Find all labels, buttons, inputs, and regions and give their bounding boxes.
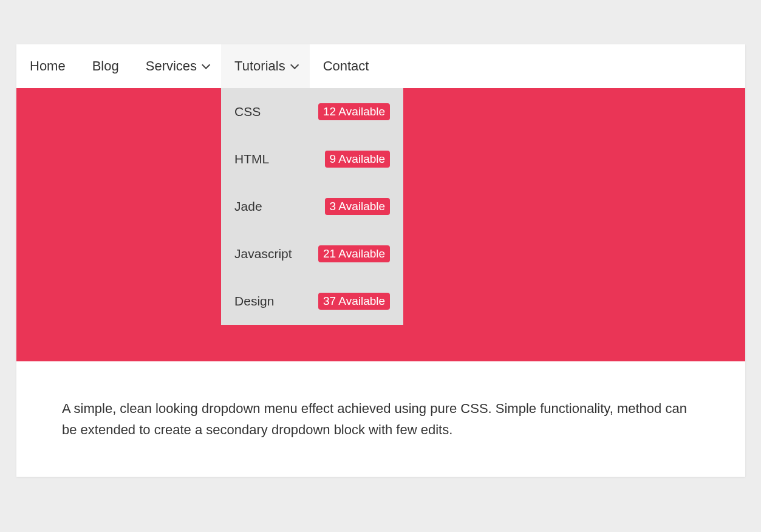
page-container: Home Blog Services Tutorials xyxy=(16,44,745,477)
dropdown-label: Design xyxy=(234,294,274,309)
nav-item-tutorials[interactable]: Tutorials CSS 12 Available HTML 9 Availa… xyxy=(221,44,310,88)
dropdown-link[interactable]: CSS 12 Available xyxy=(221,88,403,135)
dropdown-item-design[interactable]: Design 37 Available xyxy=(221,278,403,325)
chevron-down-icon xyxy=(290,61,299,69)
nav-label: Home xyxy=(30,58,66,74)
dropdown-label: Javascript xyxy=(234,247,292,261)
nav-label: Tutorials xyxy=(234,58,285,74)
dropdown-item-html[interactable]: HTML 9 Available xyxy=(221,135,403,183)
availability-badge: 12 Available xyxy=(318,103,390,120)
availability-badge: 3 Available xyxy=(325,198,391,215)
dropdown-item-javascript[interactable]: Javascript 21 Available xyxy=(221,230,403,278)
nav-label: Services xyxy=(146,58,197,74)
nav-item-home[interactable]: Home xyxy=(16,44,79,88)
availability-badge: 21 Available xyxy=(318,245,390,262)
nav-item-blog[interactable]: Blog xyxy=(79,44,132,88)
dropdown-link[interactable]: HTML 9 Available xyxy=(221,135,403,183)
dropdown-label: HTML xyxy=(234,152,269,166)
nav-label: Contact xyxy=(323,58,369,74)
main-nav: Home Blog Services Tutorials xyxy=(16,44,745,88)
description-text: A simple, clean looking dropdown menu ef… xyxy=(62,398,700,440)
availability-badge: 9 Available xyxy=(325,151,391,168)
chevron-down-icon xyxy=(202,61,210,69)
tutorials-dropdown: CSS 12 Available HTML 9 Available Jade xyxy=(221,88,403,325)
nav-link-contact[interactable]: Contact xyxy=(310,44,383,88)
nav-item-services[interactable]: Services xyxy=(132,44,221,88)
nav-label: Blog xyxy=(92,58,119,74)
nav-link-blog[interactable]: Blog xyxy=(79,44,132,88)
nav-link-home[interactable]: Home xyxy=(16,44,79,88)
availability-badge: 37 Available xyxy=(318,293,390,310)
nav-item-contact[interactable]: Contact xyxy=(310,44,383,88)
dropdown-link[interactable]: Design 37 Available xyxy=(221,278,403,325)
nav-link-services[interactable]: Services xyxy=(132,44,221,88)
dropdown-item-jade[interactable]: Jade 3 Available xyxy=(221,183,403,230)
dropdown-link[interactable]: Jade 3 Available xyxy=(221,183,403,230)
description-section: A simple, clean looking dropdown menu ef… xyxy=(16,361,745,477)
nav-link-tutorials[interactable]: Tutorials xyxy=(221,44,310,88)
dropdown-label: Jade xyxy=(234,199,262,214)
dropdown-item-css[interactable]: CSS 12 Available xyxy=(221,88,403,135)
nav-list: Home Blog Services Tutorials xyxy=(16,44,745,88)
dropdown-link[interactable]: Javascript 21 Available xyxy=(221,230,403,278)
dropdown-label: CSS xyxy=(234,104,261,119)
